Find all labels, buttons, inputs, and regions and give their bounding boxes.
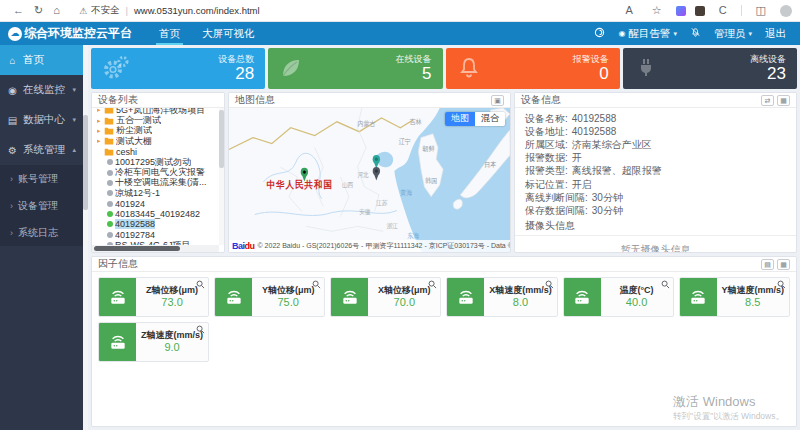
factor-card[interactable]: Y轴速度(mm/s) 8.5 [679, 277, 790, 317]
browser-profile-avatar[interactable] [780, 5, 792, 17]
expand-arrow-icon[interactable]: ▸ [97, 137, 102, 145]
map-canvas[interactable]: 内蒙古 吉林 辽宁 朝鲜 韩国 日本 河北 山西 江苏 安徽 浙江 黄海 东海 [229, 108, 510, 252]
tree-label: 粉尘测试 [116, 126, 152, 136]
tree-device[interactable]: 凉城12号-1 [97, 188, 218, 198]
sidebar-item-system-log[interactable]: › 系统日志 [0, 219, 83, 246]
scrollbar-thumb[interactable] [219, 110, 224, 168]
read-aloud-icon[interactable]: A [625, 5, 632, 16]
tree-folder[interactable]: ▸ 测试大棚 [97, 136, 218, 146]
page-scrollbar[interactable] [83, 45, 88, 430]
favorites-star-icon[interactable]: ☆ [652, 5, 662, 16]
url-text: www.0531yun.com/index.html [134, 5, 260, 16]
map-type-hybrid-button[interactable]: 混合 [475, 112, 505, 126]
expand-arrow-icon[interactable]: ▸ [97, 127, 102, 135]
chevron-up-icon: ▴ [72, 146, 76, 154]
gear-icon: ⚙ [7, 145, 18, 156]
scrollbar-thumb[interactable] [83, 115, 88, 210]
magnifier-icon[interactable] [545, 280, 554, 289]
nav-bigscreen[interactable]: 大屏可视化 [191, 22, 266, 45]
expand-arrow-icon[interactable]: ▸ [97, 108, 102, 114]
tree-device-selected[interactable]: 40192588 [97, 219, 218, 229]
stat-card-online-devices[interactable]: 在线设备 5 [268, 48, 442, 89]
stat-card-offline-devices[interactable]: 离线设备 23 [623, 48, 797, 89]
extension-icon[interactable] [695, 6, 705, 16]
stat-card-alarm-devices[interactable]: 报警设备 0 [446, 48, 620, 89]
sidebar-item-system-manage[interactable]: ⚙ 系统管理 ▴ [0, 135, 83, 165]
factor-card[interactable]: X轴速度(mm/s) 8.0 [446, 277, 557, 317]
expand-arrow-icon[interactable]: ▸ [97, 117, 102, 125]
info-value: 开 [572, 151, 582, 165]
magnifier-icon[interactable] [196, 280, 205, 289]
sub-arrow-icon: › [10, 228, 13, 238]
tree-horizontal-scrollbar[interactable] [92, 245, 219, 252]
nav-home[interactable]: 首页 [148, 22, 191, 45]
info-value: 济南某综合产业区 [572, 138, 652, 152]
tree-device[interactable]: 401924 [97, 199, 218, 209]
device-list-panel: 设备列表 ▸ 5G+岚山海洋牧场项目 ▸ 五合一测试 [91, 92, 225, 253]
tree-device[interactable]: 40183445_40192482 [97, 209, 218, 219]
compare-icon[interactable]: ⇄ [761, 95, 774, 106]
browser-toolbar-icons: A ☆ C ◫ [620, 5, 792, 17]
split-screen-icon[interactable]: ◫ [756, 5, 766, 16]
info-label: 标记位置: [525, 178, 568, 192]
grid-view-icon[interactable]: ▦ [777, 259, 790, 270]
extension-icon[interactable] [676, 6, 686, 16]
magnifier-icon[interactable] [661, 280, 670, 289]
panel-title: 设备列表 [98, 93, 138, 107]
factor-name: X轴速度(mm/s) [489, 285, 552, 296]
logout-button[interactable]: 退出 [765, 27, 786, 41]
tree-folder[interactable]: ▸ 5G+岚山海洋牧场项目 [97, 108, 218, 115]
sidebar-item-account-manage[interactable]: › 账号管理 [0, 165, 83, 192]
magnifier-icon[interactable] [312, 280, 321, 289]
info-value: 离线报警、超限报警 [572, 164, 662, 178]
tree-folder[interactable]: ▸ 五合一测试 [97, 115, 218, 125]
factor-card[interactable]: Z轴速度(mm/s) 9.0 [98, 322, 209, 362]
magnifier-icon[interactable] [777, 280, 786, 289]
factor-card[interactable]: X轴位移(μm) 70.0 [330, 277, 441, 317]
factor-card[interactable]: Y轴位移(μm) 75.0 [214, 277, 325, 317]
sidebar-item-online-monitor[interactable]: ◉ 在线监控 ▾ [0, 75, 83, 105]
tree-device[interactable]: 冷柜车间电气火灾报警 [97, 167, 218, 177]
home-icon[interactable]: ⌂ [53, 5, 60, 16]
stat-label: 设备总数 [218, 54, 254, 65]
magnifier-icon[interactable] [428, 280, 437, 289]
map-label: 江苏 [376, 198, 387, 205]
back-icon[interactable]: ← [13, 5, 24, 16]
map-expand-icon[interactable]: ▣ [491, 95, 504, 106]
map-label: 吉林 [410, 117, 422, 126]
user-dropdown[interactable]: 管理员 ▾ [714, 27, 752, 41]
collections-icon[interactable]: C [719, 5, 727, 16]
tree-device[interactable]: 10017295测试勿动 [97, 157, 218, 167]
sidebar-item-label: 数据中心 [23, 113, 65, 127]
leaf-icon [279, 56, 303, 82]
list-view-icon[interactable]: ▤ [761, 259, 774, 270]
tree-device[interactable]: 十楼空调电流采集(清... [97, 178, 218, 188]
tree-device[interactable]: 40192784 [97, 230, 218, 240]
sidebar-item-home[interactable]: ⌂ 首页 [0, 45, 83, 75]
screen-cast-icon[interactable] [594, 27, 605, 40]
camera-empty-message: 暂无摄像头信息 [515, 235, 796, 254]
sidebar-item-device-manage[interactable]: › 设备管理 [0, 192, 83, 219]
sidebar-item-label: 系统日志 [18, 226, 58, 240]
stat-label: 离线设备 [750, 54, 786, 65]
reload-icon[interactable]: ↻ [34, 5, 43, 16]
info-row: 所属区域: 济南某综合产业区 [525, 138, 786, 151]
tree-folder[interactable]: ▸ 粉尘测试 [97, 126, 218, 136]
magnifier-icon[interactable] [196, 325, 205, 334]
scrollbar-thumb[interactable] [94, 246, 180, 251]
stat-card-total-devices[interactable]: 设备总数 28 [91, 48, 265, 89]
factor-card[interactable]: 温度(°C) 40.0 [563, 277, 674, 317]
online-status-dot [107, 211, 113, 217]
bell-muted-icon[interactable] [690, 27, 701, 40]
device-info-body: 设备名称: 40192588 设备地址: 40192588 所属区域: 济南某综… [515, 108, 796, 253]
tree-vertical-scrollbar[interactable] [219, 108, 224, 245]
map-type-map-button[interactable]: 地图 [445, 112, 475, 126]
address-bar[interactable]: ⚠ 不安全 | www.0531yun.com/index.html [79, 4, 260, 17]
map-attribution: Baidu © 2022 Baidu - GS(2021)6026号 - 甲测资… [229, 240, 510, 252]
sidebar-item-data-center[interactable]: ▤ 数据中心 ▾ [0, 105, 83, 135]
grid-icon[interactable]: ▦ [777, 95, 790, 106]
folder-icon [104, 108, 114, 114]
factor-card[interactable]: Z轴位移(μm) 73.0 [98, 277, 209, 317]
tree-folder[interactable]: ceshi [97, 147, 218, 157]
alarm-dropdown[interactable]: ◉ 醒目告警 ▾ [618, 27, 677, 41]
